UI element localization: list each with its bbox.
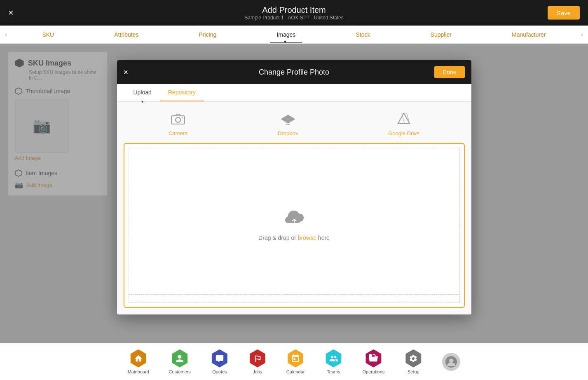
nav-item-quotes[interactable]: Quotes	[201, 346, 239, 378]
change-profile-photo-modal: × Change Profile Photo Done Upload ▾ Rep…	[117, 60, 471, 314]
tab-upload[interactable]: Upload ▾	[125, 84, 160, 101]
nav-item-jobs[interactable]: Jobs	[239, 346, 276, 378]
dropbox-upload-icon	[281, 113, 295, 128]
active-tab-indicator: ▾	[284, 39, 288, 43]
user-avatar	[442, 353, 460, 371]
camera-source-label: Camera	[169, 130, 187, 136]
main-content: SKU Images Setup SKU images to be show i…	[0, 44, 588, 343]
setup-label: Setup	[408, 369, 419, 374]
modal-title: Change Profile Photo	[259, 68, 329, 77]
tab-attributes[interactable]: Attributes	[108, 26, 145, 43]
customers-icon	[171, 350, 189, 368]
quotes-label: Quotes	[212, 369, 227, 374]
cloud-upload-icon	[284, 210, 305, 230]
svg-point-4	[176, 117, 180, 122]
modal-tabs: Upload ▾ Repository	[117, 84, 471, 102]
tab-repository[interactable]: Repository	[160, 84, 204, 101]
upload-area: Camera	[117, 102, 471, 314]
googledrive-source[interactable]: Google Drive	[388, 113, 419, 136]
svg-point-5	[182, 117, 183, 119]
customers-label: Customers	[169, 369, 191, 374]
nav-item-avatar[interactable]	[432, 350, 470, 374]
operations-label: Operations	[363, 369, 385, 374]
modal-overlay: × Change Profile Photo Done Upload ▾ Rep…	[0, 44, 588, 343]
drop-zone-bottom-separator	[129, 294, 460, 295]
tab-pricing[interactable]: Pricing	[192, 26, 223, 43]
modal-body: Upload ▾ Repository	[117, 84, 471, 314]
jobs-icon	[248, 350, 267, 368]
mainboard-icon	[129, 350, 148, 368]
calendar-icon	[286, 350, 305, 368]
page-subtitle: Sample Product 1 - AOX-SPT - United Stat…	[244, 15, 344, 21]
tab-supplier[interactable]: Supplier	[424, 26, 458, 43]
tab-stock[interactable]: Stock	[349, 26, 377, 43]
svg-point-17	[449, 359, 453, 363]
mainboard-label: Mainboard	[128, 369, 149, 374]
googledrive-upload-icon	[396, 113, 411, 128]
bottom-nav: Mainboard Customers Quotes Jobs Calendar…	[0, 343, 588, 380]
tab-manufacturer[interactable]: Manufacturer	[505, 26, 552, 43]
nav-prev-arrow[interactable]: ‹	[0, 31, 12, 38]
drop-zone-text: Drag & drop or browse here	[258, 235, 330, 241]
camera-source[interactable]: Camera	[169, 113, 187, 136]
upload-tab-indicator: ▾	[141, 99, 143, 104]
modal-done-button[interactable]: Done	[434, 66, 464, 78]
nav-item-mainboard[interactable]: Mainboard	[118, 346, 159, 378]
tab-list: SKU Attributes Pricing Images ▾ Stock Su…	[12, 26, 576, 43]
nav-item-setup[interactable]: Setup	[394, 346, 432, 378]
upload-sources: Camera	[124, 108, 465, 143]
nav-item-operations[interactable]: Operations	[353, 346, 395, 378]
dropbox-source[interactable]: Dropbox	[278, 113, 298, 136]
jobs-label: Jobs	[253, 369, 262, 374]
page-title: Add Product Item	[244, 5, 344, 15]
close-button[interactable]: ×	[8, 7, 14, 18]
nav-item-calendar[interactable]: Calendar	[276, 346, 315, 378]
dropbox-source-label: Dropbox	[278, 130, 298, 136]
setup-icon	[404, 350, 422, 368]
nav-tabs: ‹ SKU Attributes Pricing Images ▾ Stock …	[0, 26, 588, 44]
drop-zone[interactable]: Drag & drop or browse here	[124, 143, 465, 308]
nav-item-customers[interactable]: Customers	[159, 346, 201, 378]
tab-images[interactable]: Images ▾	[270, 26, 302, 43]
drop-zone-inner: Drag & drop or browse here	[129, 148, 460, 303]
camera-upload-icon	[171, 113, 185, 128]
save-button[interactable]: Save	[548, 6, 580, 20]
modal-close-button[interactable]: ×	[124, 68, 129, 77]
teams-label: Teams	[327, 369, 340, 374]
nav-item-teams[interactable]: Teams	[315, 346, 353, 378]
svg-marker-12	[398, 113, 410, 124]
nav-next-arrow[interactable]: ›	[576, 31, 588, 38]
googledrive-source-label: Google Drive	[388, 130, 419, 136]
teams-icon	[325, 350, 343, 368]
quotes-icon	[211, 350, 229, 368]
calendar-label: Calendar	[286, 369, 305, 374]
browse-link[interactable]: browse	[298, 235, 316, 241]
tab-sku[interactable]: SKU	[35, 26, 61, 43]
modal-header: × Change Profile Photo Done	[117, 60, 471, 84]
operations-icon	[364, 350, 382, 368]
page-title-block: Add Product Item Sample Product 1 - AOX-…	[244, 5, 344, 21]
top-bar: × Add Product Item Sample Product 1 - AO…	[0, 0, 588, 26]
